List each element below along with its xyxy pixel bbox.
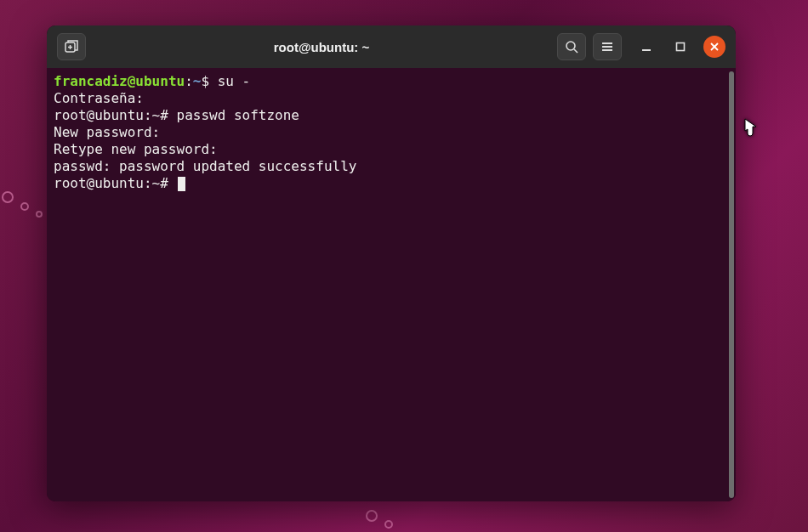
window-title: root@ubuntu: ~ bbox=[93, 40, 550, 54]
svg-line-2 bbox=[574, 49, 578, 53]
prompt-host: ubuntu bbox=[135, 73, 185, 89]
new-tab-icon bbox=[64, 39, 79, 54]
text-cursor bbox=[178, 177, 185, 191]
terminal-output[interactable]: francadiz@ubuntu:~$ su - Contraseña: roo… bbox=[47, 68, 727, 501]
desktop-decoration bbox=[384, 520, 393, 529]
output-line: Contraseña: bbox=[54, 90, 144, 106]
window-controls bbox=[629, 36, 725, 58]
prompt-colon: : bbox=[185, 73, 193, 89]
command-text: su - bbox=[218, 73, 251, 89]
prompt-at: @ bbox=[128, 73, 136, 89]
minimize-button[interactable] bbox=[635, 36, 657, 58]
search-icon bbox=[564, 39, 579, 54]
desktop-decoration bbox=[366, 510, 378, 522]
new-tab-button[interactable] bbox=[57, 33, 86, 60]
svg-point-1 bbox=[566, 42, 575, 50]
close-button[interactable] bbox=[703, 36, 725, 58]
prompt-user: francadiz bbox=[54, 73, 128, 89]
svg-rect-7 bbox=[677, 43, 685, 51]
prompt-path: ~ bbox=[193, 73, 202, 89]
terminal-body[interactable]: francadiz@ubuntu:~$ su - Contraseña: roo… bbox=[47, 68, 736, 501]
terminal-window: root@ubuntu: ~ bbox=[47, 25, 736, 501]
close-icon bbox=[709, 42, 720, 52]
output-line: Retype new password: bbox=[54, 141, 218, 157]
root-prompt: root@ubuntu:~# bbox=[54, 107, 177, 123]
command-text: passwd softzone bbox=[177, 107, 300, 123]
desktop-decoration bbox=[2, 191, 14, 203]
root-prompt: root@ubuntu:~# bbox=[54, 175, 177, 191]
output-line: passwd: password updated successfully bbox=[54, 158, 356, 174]
titlebar: root@ubuntu: ~ bbox=[47, 25, 736, 68]
maximize-icon bbox=[674, 41, 686, 53]
desktop-decoration bbox=[36, 211, 43, 218]
hamburger-icon bbox=[600, 39, 615, 54]
scrollbar-thumb[interactable] bbox=[729, 71, 734, 498]
search-button[interactable] bbox=[557, 33, 586, 60]
prompt-symbol: $ bbox=[201, 73, 209, 89]
scrollbar[interactable] bbox=[727, 68, 736, 501]
mouse-pointer-icon bbox=[740, 117, 760, 144]
output-line: New password: bbox=[54, 124, 160, 140]
maximize-button[interactable] bbox=[669, 36, 691, 58]
menu-button[interactable] bbox=[593, 33, 622, 60]
minimize-icon bbox=[640, 41, 652, 53]
desktop-decoration bbox=[20, 202, 29, 211]
